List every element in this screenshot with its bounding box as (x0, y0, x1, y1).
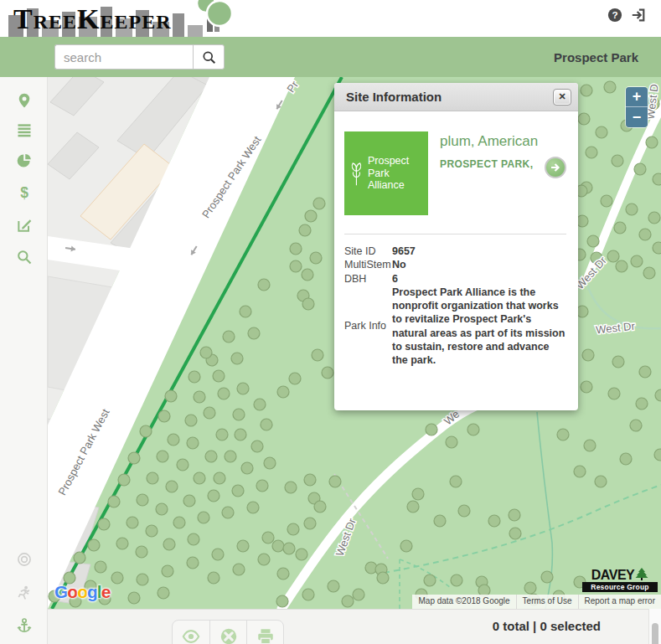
tree-dot[interactable] (147, 472, 158, 484)
tree-dot[interactable] (166, 481, 178, 492)
sidebar-item-anchor[interactable] (0, 611, 48, 640)
tree-dot[interactable] (616, 260, 627, 272)
sidebar-item-list[interactable] (0, 116, 48, 144)
tree-dot[interactable] (290, 243, 302, 255)
tree-dot[interactable] (653, 242, 661, 254)
tree-dot[interactable] (188, 371, 200, 383)
tree-dot[interactable] (587, 235, 599, 247)
tree-dot[interactable] (187, 557, 199, 569)
details-arrow-button[interactable] (545, 157, 566, 178)
tree-dot[interactable] (205, 451, 217, 462)
tree-dot[interactable] (98, 518, 110, 530)
tree-dot[interactable] (158, 410, 170, 422)
tree-dot[interactable] (612, 155, 623, 167)
tree-dot[interactable] (74, 552, 85, 564)
tree-dot[interactable] (162, 565, 173, 577)
tree-dot[interactable] (377, 572, 389, 584)
tree-dot[interactable] (312, 349, 323, 361)
sign-in-icon[interactable] (631, 8, 646, 23)
tree-dot[interactable] (198, 512, 209, 523)
tree-dot[interactable] (620, 453, 632, 465)
tree-dot[interactable] (653, 173, 661, 185)
tree-dot[interactable] (607, 250, 619, 262)
tree-dot[interactable] (446, 436, 457, 448)
search-button[interactable] (193, 44, 225, 70)
tree-dot[interactable] (276, 595, 288, 607)
tree-dot[interactable] (296, 549, 307, 560)
scrollbar-thumb[interactable] (652, 623, 658, 644)
tree-dot[interactable] (630, 420, 642, 431)
tree-dot[interactable] (302, 298, 314, 310)
tree-dot[interactable] (235, 429, 246, 440)
sidebar-item-target[interactable] (0, 545, 48, 574)
tree-dot[interactable] (578, 113, 590, 125)
tree-dot[interactable] (584, 440, 596, 451)
tree-dot[interactable] (194, 472, 205, 484)
tree-dot[interactable] (509, 509, 520, 521)
tree-dot[interactable] (194, 391, 205, 403)
tree-dot[interactable] (218, 388, 230, 399)
tree-dot[interactable] (216, 429, 228, 440)
tree-dot[interactable] (127, 517, 138, 528)
tree-dot[interactable] (608, 388, 620, 399)
view-selection-button[interactable] (173, 621, 209, 644)
tree-dot[interactable] (165, 390, 177, 402)
tree-dot[interactable] (163, 538, 175, 550)
tree-dot[interactable] (581, 85, 592, 96)
terms-of-use-link[interactable]: Terms of Use (516, 595, 578, 609)
tree-dot[interactable] (305, 210, 317, 222)
tree-dot[interactable] (342, 595, 354, 607)
tree-dot[interactable] (283, 543, 295, 554)
tree-dot[interactable] (118, 474, 130, 486)
tree-dot[interactable] (287, 523, 299, 535)
tree-dot[interactable] (277, 386, 289, 398)
tree-dot[interactable] (304, 474, 316, 486)
tree-dot[interactable] (240, 306, 251, 317)
sidebar-item-eco-benefits[interactable]: $ (0, 178, 48, 207)
tree-dot[interactable] (524, 582, 536, 594)
tree-dot[interactable] (636, 398, 648, 410)
tree-dot[interactable] (412, 488, 424, 500)
tree-dot[interactable] (313, 198, 325, 209)
tree-dot[interactable] (185, 415, 197, 426)
tree-dot[interactable] (168, 434, 179, 446)
tree-dot[interactable] (614, 222, 626, 234)
tree-dot[interactable] (222, 507, 234, 518)
tree-dot[interactable] (626, 204, 638, 215)
tree-dot[interactable] (328, 580, 339, 592)
tree-dot[interactable] (639, 229, 651, 240)
tree-dot[interactable] (146, 525, 158, 537)
tree-dot[interactable] (128, 452, 140, 464)
tree-dot[interactable] (223, 331, 235, 343)
tree-dot[interactable] (248, 327, 260, 339)
tree-dot[interactable] (137, 494, 148, 506)
tree-dot[interactable] (173, 517, 185, 528)
tree-dot[interactable] (212, 549, 224, 560)
tree-dot[interactable] (233, 409, 245, 420)
tree-dot[interactable] (596, 126, 607, 138)
tree-dot[interactable] (237, 540, 249, 552)
tree-dot[interactable] (299, 224, 311, 236)
tree-dot[interactable] (264, 457, 276, 469)
tree-dot[interactable] (231, 353, 243, 364)
tree-dot[interactable] (237, 383, 249, 394)
tree-dot[interactable] (310, 252, 322, 264)
tree-dot[interactable] (488, 515, 500, 527)
tree-dot[interactable] (262, 532, 274, 544)
tree-dot[interactable] (277, 568, 289, 580)
tree-dot[interactable] (128, 592, 140, 604)
tree-dot[interactable] (424, 574, 436, 586)
tree-dot[interactable] (157, 451, 168, 462)
help-icon[interactable]: ? (607, 8, 622, 23)
tree-dot[interactable] (407, 501, 419, 513)
tree-dot[interactable] (214, 472, 225, 484)
tree-dot[interactable] (137, 574, 148, 585)
tree-dot[interactable] (108, 496, 120, 507)
tree-dot[interactable] (225, 451, 236, 462)
tree-dot[interactable] (601, 195, 612, 207)
tree-dot[interactable] (88, 539, 100, 551)
tree-dot[interactable] (251, 440, 263, 452)
tree-dot[interactable] (140, 425, 152, 437)
sidebar-item-reports[interactable] (0, 147, 48, 175)
tree-dot[interactable] (631, 255, 643, 267)
